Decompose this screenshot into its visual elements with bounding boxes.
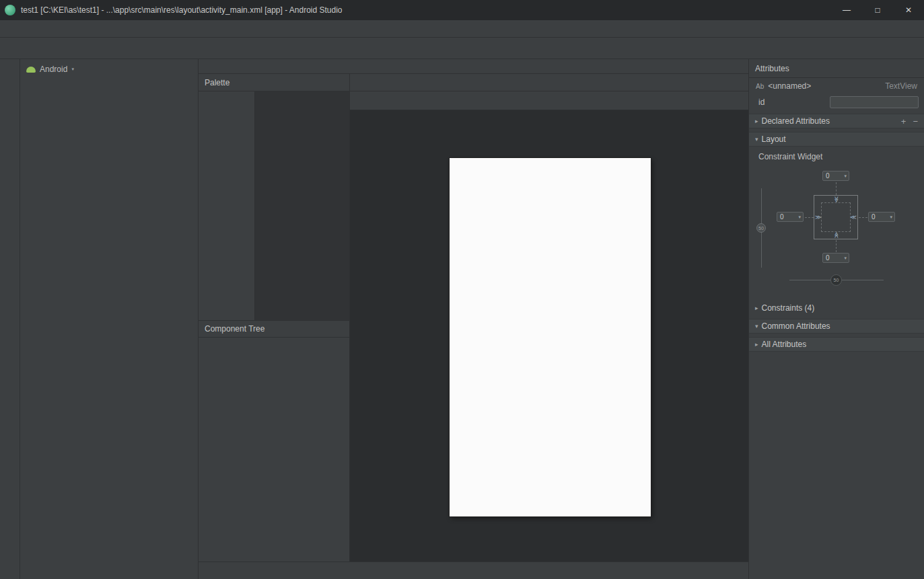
project-panel-header: Android ▾ [20,59,198,79]
chevron-down-icon: ▾ [755,323,758,330]
horizontal-bias-knob[interactable]: 50 [830,274,842,286]
selected-component-row: Ab <unnamed> TextView [749,78,924,94]
component-type: TextView [885,81,917,91]
project-panel: Android ▾ [20,59,199,579]
palette-categories [199,91,255,320]
editor-area: Palette Component Tree [199,59,749,579]
palette-header: Palette [199,74,349,91]
vertical-bias-knob[interactable]: 50 [756,223,766,233]
window-title: test1 [C:\KEI\as\test1] - ...\app\src\ma… [21,5,343,15]
editor-mode-tabs [199,562,748,579]
wrap-height-indicator: ≫ [833,196,839,202]
chevron-right-icon: ▸ [755,341,758,348]
add-attribute-icon[interactable]: + [901,116,907,126]
window-controls: —□✕ [831,0,924,20]
editor-tabs [199,59,748,74]
chevron-down-icon: ▾ [890,215,894,220]
margin-bottom-dropdown[interactable]: 0▾ [822,253,849,263]
wrap-height-indicator: ≪ [833,232,839,238]
margin-right-dropdown[interactable]: 0▾ [868,212,895,222]
component-tree [199,338,349,562]
android-icon [26,67,36,73]
palette-items [255,91,349,320]
close-button[interactable]: ✕ [893,0,924,20]
minimize-button[interactable]: — [831,0,862,20]
chevron-down-icon: ▾ [798,215,803,220]
attributes-title: Attributes [755,64,911,73]
section-declared-attributes[interactable]: ▸ Declared Attributes + − [749,114,924,128]
id-input[interactable] [830,96,919,108]
design-toolbar-constraints [350,91,748,110]
project-view-selector[interactable]: Android [40,65,67,74]
chevron-right-icon: ▸ [755,305,758,311]
chevron-down-icon: ▾ [844,173,849,179]
menu-bar [0,20,924,38]
remove-attribute-icon[interactable]: − [913,116,918,126]
attr-row-id: id [749,94,924,110]
design-toolbar-top [350,74,748,91]
design-surface[interactable] [350,110,748,562]
title-bar: test1 [C:\KEI\as\test1] - ...\app\src\ma… [0,0,924,20]
margin-left-dropdown[interactable]: 0▾ [777,212,804,222]
section-constraints[interactable]: ▸ Constraints (4) [749,301,924,315]
attributes-header: Attributes [749,59,924,78]
textview-icon: Ab [756,83,764,90]
wrap-width-indicator: ≫ [815,215,821,221]
chevron-down-icon: ▾ [755,136,758,143]
constraint-widget-label: Constraint Widget [749,147,924,163]
component-tree-header: Component Tree [199,320,349,338]
attributes-panel: Attributes Ab <unnamed> TextView id ▸ De… [749,59,924,579]
section-common-attributes[interactable]: ▾ Common Attributes [749,319,924,334]
android-studio-icon [5,5,15,15]
chevron-down-icon: ▾ [71,67,74,72]
component-tree-title: Component Tree [205,324,336,334]
project-tree [20,79,198,81]
chevron-down-icon: ▾ [844,256,849,261]
constraint-widget[interactable]: 50 0▾ 0▾ 0▾ 0▾ ≫ ≪ ≫ ≪ 50 [749,164,924,299]
wrap-width-indicator: ≪ [851,215,857,221]
margin-top-dropdown[interactable]: 0▾ [822,171,849,181]
section-all-attributes[interactable]: ▸ All Attributes [749,337,924,352]
id-label: id [758,98,827,107]
constraint-widget-square[interactable]: ≫ ≪ ≫ ≪ [814,195,858,239]
chevron-right-icon: ▸ [755,118,758,124]
tool-window-strip [0,59,20,579]
navigation-bar [0,38,924,59]
design-canvas[interactable] [450,158,651,516]
component-name: <unnamed> [768,81,811,91]
palette-title: Palette [205,78,336,87]
section-layout[interactable]: ▾ Layout [749,132,924,147]
maximize-button[interactable]: □ [862,0,893,20]
